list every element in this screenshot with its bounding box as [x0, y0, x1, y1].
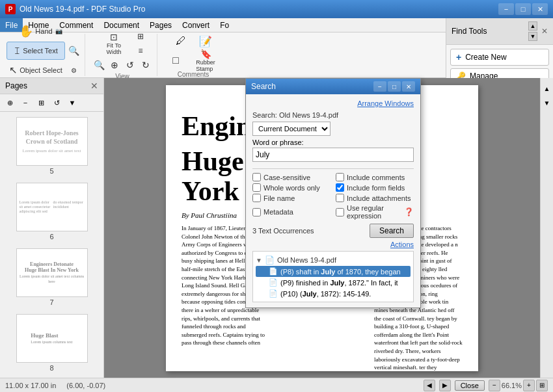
maximize-button[interactable]: □	[515, 3, 531, 15]
text-cursor-icon: 𝙸	[14, 45, 21, 57]
results-root[interactable]: ▼ 📄 Old News 19-4.pdf	[256, 254, 411, 266]
search-scope-select[interactable]: Current Document	[252, 122, 330, 136]
page-first-button[interactable]: ⊕	[3, 96, 17, 109]
page-thumbnail-6[interactable]: Lorem ipsum dolor sit amet consectetur a…	[3, 180, 101, 243]
result-item-p9[interactable]: 📄 (P9) finished in July, 1872." In fact,…	[256, 277, 411, 288]
close-button[interactable]: ✕	[532, 3, 548, 15]
zoom-out-status-button[interactable]: −	[489, 380, 500, 391]
regex-label: Use regular expression	[347, 204, 401, 220]
page-nav-next-button[interactable]: ▶	[439, 380, 451, 391]
zoom-in-status-button[interactable]: +	[523, 380, 535, 391]
arrange-windows-link[interactable]: Arrange Windows	[252, 99, 414, 107]
view-list-button[interactable]: ≡	[133, 44, 148, 57]
dialog-close-button[interactable]: ✕	[402, 81, 415, 92]
shape-button[interactable]: □	[164, 51, 187, 70]
search-dialog: Search − □ ✕ Arrange Windows Search: Old…	[245, 78, 421, 308]
scroll-down-button[interactable]: ▼	[528, 32, 537, 41]
regex-help-icon[interactable]: ❓	[404, 207, 414, 216]
search-execute-button[interactable]: Search	[370, 224, 414, 238]
toolbar-group-tools: ✋ Hand 📷 𝙸 Select Text 🔍 ↖ Object Select…	[3, 34, 85, 76]
pages-panel: Pages ✕ ⊕ − ⊞ ↺ ▼ Robert Hope-Jones Crow…	[0, 78, 104, 378]
zoom-controls: − 66.1% + ⊞	[489, 380, 548, 391]
stamp-button[interactable]: 🔖 RubberStamp	[189, 51, 223, 70]
result-item-p8[interactable]: 📄 (P8) shaft in July of 1870, they began	[256, 266, 411, 277]
page-rotate-button[interactable]: ↺	[49, 96, 64, 109]
status-right: ◀ ▶ Close − 66.1% + ⊞	[424, 380, 548, 391]
search-dialog-titlebar: Search − □ ✕	[246, 79, 420, 94]
fit-to-width-button[interactable]: ⊡ Fit ToWidth	[97, 34, 131, 53]
page-more-button[interactable]: ▼	[65, 96, 79, 109]
phrase-label: Word or phrase:	[252, 138, 414, 146]
metadata-option: Metadata	[252, 204, 330, 220]
result-item-p10[interactable]: 📄 (P10) (July, 1872): 145-149.	[256, 288, 411, 299]
zoom-in-button[interactable]: ⊕	[107, 59, 122, 72]
page-dimensions: 11.00 x 17.00 in	[5, 382, 56, 389]
create-new-button[interactable]: + Create New	[450, 49, 549, 66]
hand-icon: ✋	[19, 24, 33, 38]
menu-pages[interactable]: Pages	[144, 18, 177, 32]
page-prev-button[interactable]: −	[18, 96, 33, 109]
app-icon: P	[5, 4, 16, 14]
results-bar: 3 Text Occurrences Search	[252, 224, 414, 238]
pages-panel-header: Pages ✕	[0, 78, 103, 94]
fit-icon: ⊡	[110, 32, 118, 42]
zoom-out-button[interactable]: 🔍	[92, 59, 106, 72]
find-tools-close-button[interactable]: ✕	[541, 27, 548, 36]
include-comments-label: Include comments	[347, 174, 405, 181]
page-image-7: Engineers DetonateHuge Blast In New York…	[16, 248, 88, 297]
view-grid-button[interactable]: ⊞	[133, 30, 148, 43]
pdf-icon: 📄	[265, 255, 275, 265]
sidebar-scroll-up[interactable]: ▲	[542, 83, 552, 94]
include-comments-checkbox[interactable]	[336, 173, 344, 181]
toolbar-group-view: ⊡ Fit ToWidth ⊞ ≡ 🔍 ⊕ ↺ ↻ View	[88, 34, 157, 76]
page-thumbnail-5[interactable]: Robert Hope-Jones Crown of Scotland Lore…	[3, 114, 101, 177]
zoom-fit-button[interactable]: ⊞	[536, 380, 548, 391]
dialog-maximize-button[interactable]: □	[388, 81, 401, 92]
metadata-label: Metadata	[263, 208, 293, 216]
status-close-button[interactable]: Close	[455, 380, 485, 391]
object-select-label: Object Select	[20, 66, 62, 74]
case-sensitive-checkbox[interactable]	[252, 173, 261, 181]
window-controls: − □ ✕	[498, 3, 548, 15]
select-text-label: Select Text	[23, 47, 58, 55]
page-number-5: 5	[49, 167, 53, 175]
regex-checkbox[interactable]	[336, 208, 344, 216]
rubber-stamp-label: RubberStamp	[196, 59, 215, 72]
hand-tool-button[interactable]: ✋ Hand	[21, 22, 50, 40]
search-phrase-input[interactable]	[252, 148, 414, 162]
include-attachments-checkbox[interactable]	[336, 194, 344, 202]
toolbar-group-comments: 🖊 📝 □ 🔖 RubberStamp Comments	[160, 34, 226, 76]
file-name-checkbox[interactable]	[252, 194, 261, 202]
page-number-8: 8	[49, 364, 53, 372]
actions-link[interactable]: Actions	[252, 241, 414, 248]
zoom-button[interactable]: 🔍	[66, 44, 81, 57]
minimize-button[interactable]: −	[498, 3, 514, 15]
scroll-up-button[interactable]: ▲	[528, 21, 537, 31]
whole-words-checkbox[interactable]	[252, 183, 261, 192]
extra-button[interactable]: ⚙	[66, 64, 81, 77]
camera-button[interactable]: 📷	[51, 25, 66, 38]
pages-toolbar: ⊕ − ⊞ ↺ ▼	[0, 94, 103, 112]
include-form-fields-checkbox[interactable]	[336, 183, 344, 192]
result-text-p10: (P10) (July, 1872): 145-149.	[280, 290, 371, 298]
page-thumbnail-7[interactable]: Engineers DetonateHuge Blast In New York…	[3, 246, 101, 309]
highlight-button[interactable]: 🖊	[169, 32, 193, 50]
menu-fo[interactable]: Fo	[215, 18, 234, 32]
case-sensitive-option: Case-sensitive	[252, 173, 330, 181]
page-nav-prev-button[interactable]: ◀	[424, 380, 435, 391]
page-arrange-button[interactable]: ⊞	[34, 96, 48, 109]
find-tools-title: Find Tools	[452, 27, 487, 36]
object-select-button[interactable]: ↖ Object Select	[7, 61, 65, 79]
menu-convert[interactable]: Convert	[177, 18, 215, 32]
rotate-button[interactable]: ↺	[123, 59, 137, 72]
dialog-minimize-button[interactable]: −	[373, 81, 386, 92]
sidebar-scroll-down[interactable]: ▼	[542, 98, 552, 108]
page-thumbnail-8[interactable]: Huge Blast Lorem ipsum columns text 8	[3, 311, 101, 374]
select-text-button[interactable]: 𝙸 Select Text	[7, 42, 65, 60]
result-text-p9: (P9) finished in July, 1872." In fact, i…	[280, 279, 398, 287]
search-dialog-body: Arrange Windows Search: Old News 19-4.pd…	[246, 94, 420, 307]
note-button[interactable]: 📝	[194, 32, 217, 50]
pages-panel-close-button[interactable]: ✕	[90, 81, 98, 91]
metadata-checkbox[interactable]	[252, 208, 261, 216]
view-extra-button[interactable]: ↻	[139, 59, 153, 72]
